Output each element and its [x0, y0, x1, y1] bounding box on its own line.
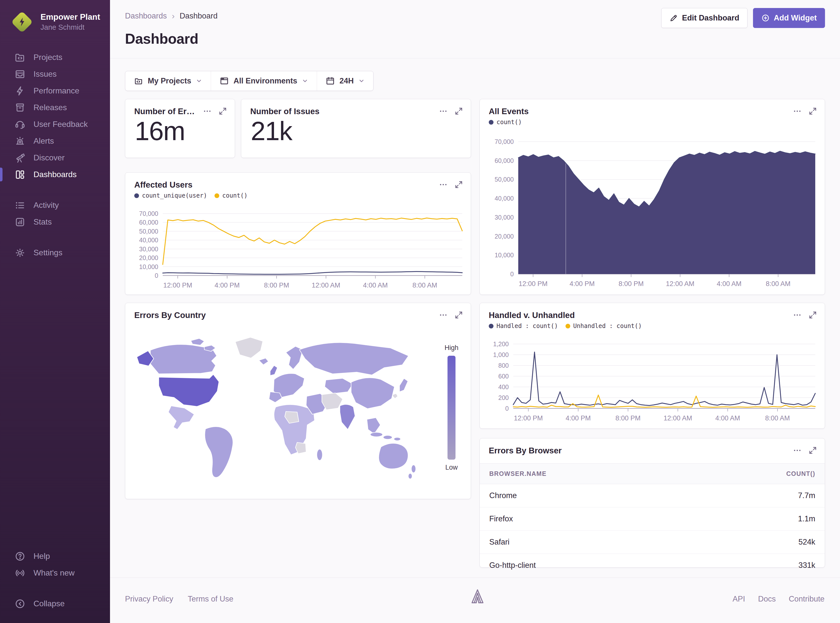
sidebar-item-stats[interactable]: Stats [0, 213, 110, 230]
breadcrumb: Dashboards › Dashboard [125, 11, 217, 21]
sidebar-item-settings[interactable]: Settings [0, 244, 110, 261]
widget-errors-by-browser: Errors By Browser BROWSER.NAME COUNT() C… [480, 438, 825, 568]
affected-users-chart: 010,00020,00030,00040,00050,00060,00070,… [130, 210, 466, 291]
header-actions: Edit Dashboard Add Widget [661, 8, 825, 28]
expand-icon[interactable] [454, 310, 463, 319]
column-browser-name: BROWSER.NAME [480, 463, 691, 484]
svg-text:4:00 PM: 4:00 PM [214, 282, 240, 289]
ellipsis-menu-icon[interactable] [439, 180, 448, 189]
legend-dot [214, 193, 219, 198]
svg-text:600: 600 [498, 373, 509, 380]
issues-icon [14, 69, 26, 80]
terms-of-use-link[interactable]: Terms of Use [188, 594, 234, 603]
svg-text:60,000: 60,000 [495, 157, 514, 164]
errors-by-browser-table: BROWSER.NAME COUNT() Chrome7.7mFirefox1.… [480, 463, 825, 577]
table-row[interactable]: Safari524k [480, 531, 825, 554]
releases-icon [14, 102, 26, 113]
breadcrumb-dashboards-link[interactable]: Dashboards [125, 11, 167, 20]
svg-text:8:00 AM: 8:00 AM [765, 414, 790, 422]
expand-icon[interactable] [454, 107, 463, 116]
table-row[interactable]: Firefox1.1m [480, 507, 825, 531]
time-range-filter[interactable]: 24H [317, 71, 373, 91]
svg-text:4:00 AM: 4:00 AM [717, 280, 742, 287]
footer-right-links: API Docs Contribute [732, 594, 825, 603]
edit-dashboard-button[interactable]: Edit Dashboard [661, 8, 748, 28]
svg-text:50,000: 50,000 [495, 176, 514, 183]
widget-title: Errors By Country [134, 310, 206, 320]
svg-text:1,000: 1,000 [493, 351, 509, 358]
legend-high-label: High [443, 344, 460, 352]
sidebar-item-releases[interactable]: Releases [0, 99, 110, 116]
browser-name: Go-http-client [480, 554, 691, 577]
legend-dot [489, 120, 494, 125]
sidebar-nav: Projects Issues Performance Releases Use… [0, 49, 110, 261]
project-filter[interactable]: My Projects [125, 71, 211, 91]
ellipsis-menu-icon[interactable] [439, 107, 448, 116]
widget-all-events: All Events count() 010,00020,00030,00040… [480, 99, 825, 295]
expand-icon[interactable] [808, 310, 817, 319]
sidebar-item-discover[interactable]: Discover [0, 149, 110, 166]
ellipsis-menu-icon[interactable] [439, 310, 448, 319]
widget-handled-v-unhandled: Handled v. Unhandled Handled : count() U… [480, 303, 825, 429]
svg-text:12:00 AM: 12:00 AM [312, 282, 340, 289]
svg-text:4:00 PM: 4:00 PM [566, 414, 591, 422]
svg-text:800: 800 [498, 362, 509, 369]
sidebar-item-issues[interactable]: Issues [0, 66, 110, 83]
expand-icon[interactable] [808, 446, 817, 455]
docs-link[interactable]: Docs [758, 594, 776, 603]
table-row[interactable]: Chrome7.7m [480, 484, 825, 507]
sidebar-item-alerts[interactable]: Alerts [0, 133, 110, 149]
sidebar-item-collapse[interactable]: Collapse [0, 595, 110, 612]
svg-text:60,000: 60,000 [139, 219, 158, 226]
sidebar-item-dashboards[interactable]: Dashboards [0, 166, 110, 183]
ellipsis-menu-icon[interactable] [203, 107, 212, 116]
legend-low-label: Low [443, 463, 460, 471]
svg-text:12:00 PM: 12:00 PM [163, 282, 192, 289]
sidebar: Empower Plant Jane Schmidt Projects Issu… [0, 0, 110, 623]
svg-text:400: 400 [498, 384, 509, 390]
add-widget-button[interactable]: Add Widget [753, 8, 825, 28]
browser-count: 524k [691, 531, 825, 554]
sidebar-item-whats-new[interactable]: What's new [0, 565, 110, 581]
svg-text:4:00 AM: 4:00 AM [715, 414, 740, 422]
widget-title: All Events [489, 107, 529, 116]
expand-icon[interactable] [218, 107, 227, 116]
org-switcher[interactable]: Empower Plant Jane Schmidt [11, 11, 103, 33]
svg-text:1,200: 1,200 [493, 341, 509, 347]
stats-icon [14, 216, 26, 227]
column-count: COUNT() [691, 463, 825, 484]
svg-text:8:00 PM: 8:00 PM [264, 282, 289, 289]
help-icon [14, 551, 26, 562]
table-row[interactable]: Go-http-client331k [480, 554, 825, 577]
api-link[interactable]: API [732, 594, 745, 603]
sidebar-item-activity[interactable]: Activity [0, 197, 110, 213]
legend-gradient-bar [448, 356, 455, 460]
browser-name: Chrome [480, 484, 691, 507]
sidebar-item-help[interactable]: Help [0, 548, 110, 565]
page-title: Dashboard [125, 31, 198, 47]
sidebar-item-performance[interactable]: Performance [0, 83, 110, 99]
environment-filter[interactable]: All Environments [211, 71, 317, 91]
sidebar-item-projects[interactable]: Projects [0, 49, 110, 66]
widget-affected-users: Affected Users count_unique(user) count(… [125, 172, 471, 295]
expand-icon[interactable] [808, 107, 817, 116]
sidebar-item-user-feedback[interactable]: User Feedback [0, 116, 110, 133]
ellipsis-menu-icon[interactable] [793, 107, 802, 116]
sentry-logo[interactable] [468, 588, 487, 606]
ellipsis-menu-icon[interactable] [793, 310, 802, 319]
svg-text:0: 0 [155, 272, 158, 279]
svg-text:4:00 AM: 4:00 AM [363, 282, 388, 289]
ellipsis-menu-icon[interactable] [793, 446, 802, 455]
privacy-policy-link[interactable]: Privacy Policy [125, 594, 173, 603]
svg-text:20,000: 20,000 [139, 254, 158, 261]
svg-text:10,000: 10,000 [139, 263, 158, 270]
svg-text:12:00 PM: 12:00 PM [519, 280, 548, 287]
org-avatar [11, 11, 33, 33]
breadcrumb-separator: › [172, 11, 174, 21]
chart-legend: count() [480, 116, 825, 126]
gear-icon [14, 247, 26, 258]
expand-icon[interactable] [454, 180, 463, 189]
contribute-link[interactable]: Contribute [789, 594, 825, 603]
table-header-row: BROWSER.NAME COUNT() [480, 463, 825, 484]
browser-name: Safari [480, 531, 691, 554]
